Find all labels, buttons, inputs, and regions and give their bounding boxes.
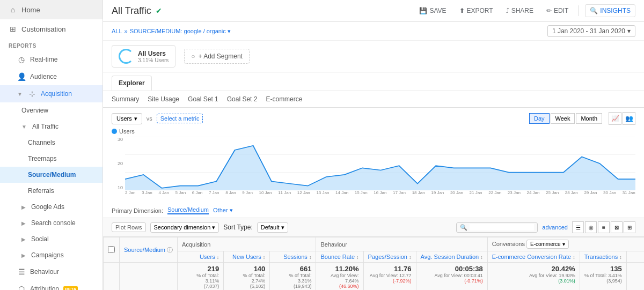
total-sessions-value: 661 [274,265,311,273]
sidebar-item-audience[interactable]: 👤 Audience [0,68,103,85]
sidebar-item-treemaps[interactable]: Treemaps [0,151,103,167]
pie-chart-view-button[interactable]: ◎ [585,221,597,233]
source-medium-col-header[interactable]: Source/Medium [124,247,165,253]
beta-badge: BETA [63,286,78,291]
line-chart-button[interactable]: 📈 [609,112,621,125]
breadcrumb-all[interactable]: ALL [112,28,122,34]
sort-type-button[interactable]: Default ▾ [257,222,288,233]
data-table-scroll: Source/Medium ⓘ Acquisition Behaviour Co… [103,237,644,290]
search-input[interactable] [470,224,534,230]
x-label: 19 Jan [431,190,444,195]
segments-bar: All Users 3.11% Users ○ + Add Segment [103,41,644,72]
date-range-picker[interactable]: 1 Jan 2020 - 31 Jan 2020 ▾ [547,25,635,37]
subtab-summary[interactable]: Summary [112,94,139,104]
bounce-col-header[interactable]: Bounce Rate [320,254,355,260]
comp-view-button[interactable]: ⊠ [611,221,623,233]
new-users-col-header[interactable]: New Users [232,254,261,260]
tab-explorer[interactable]: Explorer [112,76,152,91]
arrow-right-icon3: ▶ [21,236,26,242]
other-dim-button[interactable]: Other ▾ [213,207,233,214]
total-pages-diff: (-7.92%) [368,278,412,284]
total-rev-value: US$884,989.60 [631,265,644,273]
total-pages-sub: Avg for View: 12.77 [368,273,412,278]
y-axis: 30 20 10 [112,137,125,190]
bar-chart-button[interactable]: 👥 [623,112,635,125]
convrate-col-header[interactable]: E-commerce Conversion Rate [492,254,571,260]
sidebar-item-behaviour[interactable]: ☰ Behaviour [0,263,103,280]
sidebar-item-sourcemedium[interactable]: Source/Medium [0,167,103,183]
plot-rows-button[interactable]: Plot Rows [112,222,146,232]
save-button[interactable]: 💾 SAVE [416,5,449,17]
sidebar-item-home[interactable]: ⌂ Home [0,0,103,19]
chart-section: Users ▾ vs Select a metric Day Week Mont… [103,108,644,203]
x-label: 30 Jan [603,190,616,195]
sidebar-item-social[interactable]: ▶ Social [0,231,103,247]
sidebar-item-attribution[interactable]: ⬡ Attribution BETA [0,280,103,290]
x-label: 3 Jan [142,190,152,195]
export-button[interactable]: ⬆ EXPORT [456,5,496,17]
transactions-col-header[interactable]: Transactions [584,254,618,260]
total-bounce-cell: 11.20% Avg for View: 7.64% (46.60%) [316,263,363,291]
secondary-dimension-button[interactable]: Secondary dimension ▾ [150,222,219,233]
breadcrumb-source-medium[interactable]: SOURCE/MEDIUM: google / organic ▾ [130,28,231,35]
sidebar-item-customisation[interactable]: ⊞ Customisation [0,19,103,39]
week-button[interactable]: Week [551,113,575,124]
subtab-siteusage[interactable]: Site Usage [148,94,179,104]
sidebar-item-acquisition[interactable]: ▼ ⊹ Acquisition [0,85,103,102]
day-button[interactable]: Day [529,113,550,124]
th-revenue: Revenue ↕ [626,251,644,263]
pivot-view-button[interactable]: ⊞ [624,221,635,233]
all-users-segment[interactable]: All Users 3.11% Users [112,45,175,68]
sessions-col-header[interactable]: Sessions [283,254,308,260]
source-medium-dim-button[interactable]: Source/Medium [167,206,209,214]
select-all-checkbox[interactable] [108,246,115,253]
edit-icon: ✏ [546,7,552,14]
avgsession-col-header[interactable]: Avg. Session Duration [421,254,479,260]
sidebar-item-realtime[interactable]: ◷ Real-time [0,51,103,68]
y-label-30: 30 [112,137,123,142]
breadcrumb: ALL » SOURCE/MEDIUM: google / organic ▾ … [103,22,644,41]
month-button[interactable]: Month [576,113,602,124]
sidebar-item-overview[interactable]: Overview [0,102,103,118]
th-new-users: New Users ↕ [224,251,270,263]
sidebar-item-channels[interactable]: Channels [0,135,103,151]
totals-row: 219 % of Total: 3.11% (7,037) 140 % of T… [104,263,645,291]
attribution-icon: ⬡ [17,285,26,290]
total-label-cell [120,263,178,291]
other-dropdown-icon: ▾ [230,207,233,213]
add-segment-button[interactable]: ○ + Add Segment [184,49,250,64]
users-col-header[interactable]: Users [200,254,215,260]
metric-dropdown-icon: ▾ [134,115,137,122]
x-label: 21 Jan [470,190,482,195]
sidebar-item-referrals[interactable]: Referrals [0,183,103,199]
total-trans-abs: (3,954) [584,278,622,284]
x-label: 17 Jan [393,190,406,195]
pages-col-header[interactable]: Pages/Session [368,254,407,260]
share-button[interactable]: ⤴ SHARE [503,5,537,17]
advanced-link[interactable]: advanced [542,224,568,230]
total-rev-pct: % of Total: 11.68% [631,273,644,278]
sidebar-item-googleads[interactable]: ▶ Google Ads [0,199,103,215]
x-label: 14 Jan [335,190,348,195]
subtab-ecommerce[interactable]: E-commerce [266,94,302,104]
total-avg-value: 00:05:38 [421,265,483,273]
edit-button[interactable]: ✏ EDIT [543,5,572,17]
insights-button[interactable]: 🔍 INSIGHTS [585,4,635,17]
data-table-view-button[interactable]: ☰ [572,221,584,233]
chart-view-buttons: 📈 👥 [609,112,635,125]
total-pages-value: 11.76 [368,265,412,273]
sort-arrow-trans: ↕ [619,255,622,260]
ecommerce-dropdown-button[interactable]: E-commerce ▾ [526,240,569,249]
sidebar-item-searchconsole[interactable]: ▶ Search console [0,215,103,231]
x-label: 28 Jan [565,190,578,195]
subtab-goalset2[interactable]: Goal Set 2 [227,94,258,104]
perf-view-button[interactable]: ≡ [598,221,610,233]
subtab-goalset1[interactable]: Goal Set 1 [188,94,218,104]
arrow-down-icon2: ▼ [21,124,27,130]
sidebar-item-alltraffic[interactable]: ▼ All Traffic [0,118,103,135]
total-rev-abs: (US$7,575,580.85) [631,278,644,284]
users-metric-button[interactable]: Users ▾ [112,113,142,124]
select-metric-button[interactable]: Select a metric [157,114,203,123]
sidebar-item-campaigns[interactable]: ▶ Campaigns [0,247,103,263]
x-label: 29 Jan [584,190,597,195]
